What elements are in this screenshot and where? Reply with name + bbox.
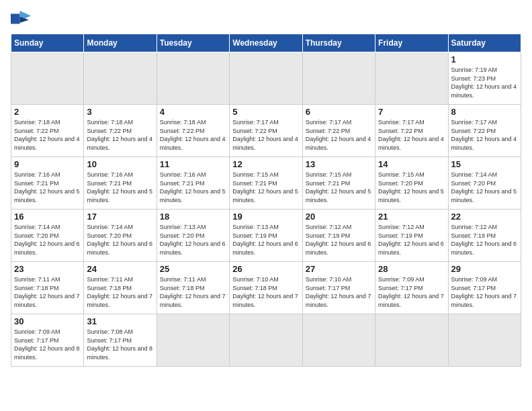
week-row: 2Sunrise: 7:18 AMSunset: 7:22 PMDaylight… — [11, 105, 521, 157]
day-info: Sunrise: 7:11 AMSunset: 7:18 PMDaylight:… — [160, 275, 226, 309]
week-row: 23Sunrise: 7:11 AMSunset: 7:18 PMDayligh… — [11, 262, 521, 314]
day-number: 23 — [14, 264, 81, 274]
calendar-header: SundayMondayTuesdayWednesdayThursdayFrid… — [11, 34, 521, 52]
day-number: 1 — [451, 54, 518, 64]
day-number: 10 — [87, 159, 153, 169]
day-cell — [375, 314, 448, 367]
day-info: Sunrise: 7:15 AMSunset: 7:20 PMDaylight:… — [378, 171, 445, 204]
day-number: 11 — [160, 159, 226, 169]
page: SundayMondayTuesdayWednesdayThursdayFrid… — [0, 0, 532, 411]
day-cell: 14Sunrise: 7:15 AMSunset: 7:20 PMDayligh… — [375, 157, 448, 210]
day-number: 26 — [232, 264, 299, 274]
day-info: Sunrise: 7:15 AMSunset: 7:21 PMDaylight:… — [306, 171, 372, 204]
day-number: 17 — [87, 212, 153, 222]
day-info: Sunrise: 7:18 AMSunset: 7:22 PMDaylight:… — [87, 118, 153, 152]
day-cell: 17Sunrise: 7:14 AMSunset: 7:20 PMDayligh… — [84, 210, 157, 262]
day-number: 7 — [378, 107, 445, 117]
day-cell: 24Sunrise: 7:11 AMSunset: 7:18 PMDayligh… — [84, 262, 157, 314]
day-cell: 21Sunrise: 7:12 AMSunset: 7:19 PMDayligh… — [375, 210, 448, 262]
day-number: 30 — [14, 316, 81, 326]
day-info: Sunrise: 7:09 AMSunset: 7:17 PMDaylight:… — [378, 275, 445, 309]
day-cell: 8Sunrise: 7:17 AMSunset: 7:22 PMDaylight… — [448, 105, 521, 157]
week-row: 1Sunrise: 7:19 AMSunset: 7:23 PMDaylight… — [11, 52, 521, 105]
day-cell: 29Sunrise: 7:09 AMSunset: 7:17 PMDayligh… — [448, 262, 521, 314]
day-info: Sunrise: 7:09 AMSunset: 7:17 PMDaylight:… — [14, 328, 81, 361]
day-info: Sunrise: 7:12 AMSunset: 7:19 PMDaylight:… — [306, 223, 372, 257]
day-cell: 19Sunrise: 7:13 AMSunset: 7:19 PMDayligh… — [230, 210, 302, 262]
day-info: Sunrise: 7:09 AMSunset: 7:17 PMDaylight:… — [451, 275, 518, 309]
day-info: Sunrise: 7:13 AMSunset: 7:20 PMDaylight:… — [160, 223, 226, 257]
day-cell: 4Sunrise: 7:18 AMSunset: 7:22 PMDaylight… — [157, 105, 229, 157]
day-info: Sunrise: 7:12 AMSunset: 7:19 PMDaylight:… — [378, 223, 445, 257]
day-cell: 31Sunrise: 7:08 AMSunset: 7:17 PMDayligh… — [84, 314, 157, 367]
day-number: 5 — [232, 107, 299, 117]
day-info: Sunrise: 7:16 AMSunset: 7:21 PMDaylight:… — [87, 171, 153, 204]
day-cell — [448, 314, 521, 367]
calendar-body: 1Sunrise: 7:19 AMSunset: 7:23 PMDaylight… — [11, 52, 521, 367]
logo — [11, 11, 34, 27]
day-number: 29 — [451, 264, 518, 274]
day-cell: 30Sunrise: 7:09 AMSunset: 7:17 PMDayligh… — [11, 314, 84, 367]
day-number: 22 — [451, 212, 518, 222]
week-row: 16Sunrise: 7:14 AMSunset: 7:20 PMDayligh… — [11, 210, 521, 262]
day-cell: 16Sunrise: 7:14 AMSunset: 7:20 PMDayligh… — [11, 210, 84, 262]
week-row: 30Sunrise: 7:09 AMSunset: 7:17 PMDayligh… — [11, 314, 521, 367]
day-number: 24 — [87, 264, 153, 274]
day-header-sunday: Sunday — [11, 34, 84, 52]
day-cell: 22Sunrise: 7:12 AMSunset: 7:19 PMDayligh… — [448, 210, 521, 262]
day-info: Sunrise: 7:18 AMSunset: 7:22 PMDaylight:… — [160, 118, 226, 152]
day-number: 20 — [306, 212, 372, 222]
day-cell: 28Sunrise: 7:09 AMSunset: 7:17 PMDayligh… — [375, 262, 448, 314]
day-info: Sunrise: 7:16 AMSunset: 7:21 PMDaylight:… — [160, 171, 226, 204]
day-number: 31 — [87, 316, 153, 326]
generalblue-icon — [11, 11, 31, 27]
day-cell — [157, 314, 229, 367]
calendar: SundayMondayTuesdayWednesdayThursdayFrid… — [11, 34, 521, 367]
day-cell: 13Sunrise: 7:15 AMSunset: 7:21 PMDayligh… — [302, 157, 375, 210]
day-number: 2 — [14, 107, 81, 117]
day-info: Sunrise: 7:17 AMSunset: 7:22 PMDaylight:… — [232, 118, 299, 152]
day-info: Sunrise: 7:12 AMSunset: 7:19 PMDaylight:… — [451, 223, 518, 257]
day-number: 28 — [378, 264, 445, 274]
day-header-tuesday: Tuesday — [157, 34, 229, 52]
day-info: Sunrise: 7:14 AMSunset: 7:20 PMDaylight:… — [87, 223, 153, 257]
day-cell: 25Sunrise: 7:11 AMSunset: 7:18 PMDayligh… — [157, 262, 229, 314]
day-number: 3 — [87, 107, 153, 117]
day-cell: 20Sunrise: 7:12 AMSunset: 7:19 PMDayligh… — [302, 210, 375, 262]
day-cell: 15Sunrise: 7:14 AMSunset: 7:20 PMDayligh… — [448, 157, 521, 210]
day-info: Sunrise: 7:14 AMSunset: 7:20 PMDaylight:… — [451, 171, 518, 204]
header — [11, 11, 521, 27]
day-cell: 9Sunrise: 7:16 AMSunset: 7:21 PMDaylight… — [11, 157, 84, 210]
day-cell: 6Sunrise: 7:17 AMSunset: 7:22 PMDaylight… — [302, 105, 375, 157]
day-cell — [84, 52, 157, 105]
day-cell: 5Sunrise: 7:17 AMSunset: 7:22 PMDaylight… — [230, 105, 302, 157]
day-number: 27 — [306, 264, 372, 274]
day-info: Sunrise: 7:16 AMSunset: 7:21 PMDaylight:… — [14, 171, 81, 204]
day-cell: 1Sunrise: 7:19 AMSunset: 7:23 PMDaylight… — [448, 52, 521, 105]
day-cell: 3Sunrise: 7:18 AMSunset: 7:22 PMDaylight… — [84, 105, 157, 157]
day-cell — [375, 52, 448, 105]
day-header-thursday: Thursday — [302, 34, 375, 52]
day-number: 16 — [14, 212, 81, 222]
day-cell: 10Sunrise: 7:16 AMSunset: 7:21 PMDayligh… — [84, 157, 157, 210]
day-header-wednesday: Wednesday — [230, 34, 302, 52]
day-header-monday: Monday — [84, 34, 157, 52]
day-info: Sunrise: 7:18 AMSunset: 7:22 PMDaylight:… — [14, 118, 81, 152]
day-cell — [230, 52, 302, 105]
day-cell: 23Sunrise: 7:11 AMSunset: 7:18 PMDayligh… — [11, 262, 84, 314]
day-cell — [302, 314, 375, 367]
day-info: Sunrise: 7:17 AMSunset: 7:22 PMDaylight:… — [378, 118, 445, 152]
day-cell: 7Sunrise: 7:17 AMSunset: 7:22 PMDaylight… — [375, 105, 448, 157]
day-number: 25 — [160, 264, 226, 274]
day-cell — [302, 52, 375, 105]
day-number: 19 — [232, 212, 299, 222]
day-number: 4 — [160, 107, 226, 117]
day-info: Sunrise: 7:15 AMSunset: 7:21 PMDaylight:… — [232, 171, 299, 204]
day-cell: 2Sunrise: 7:18 AMSunset: 7:22 PMDaylight… — [11, 105, 84, 157]
day-info: Sunrise: 7:10 AMSunset: 7:17 PMDaylight:… — [306, 275, 372, 309]
day-number: 6 — [306, 107, 372, 117]
day-header-saturday: Saturday — [448, 34, 521, 52]
day-number: 13 — [306, 159, 372, 169]
day-info: Sunrise: 7:11 AMSunset: 7:18 PMDaylight:… — [87, 275, 153, 309]
week-row: 9Sunrise: 7:16 AMSunset: 7:21 PMDaylight… — [11, 157, 521, 210]
